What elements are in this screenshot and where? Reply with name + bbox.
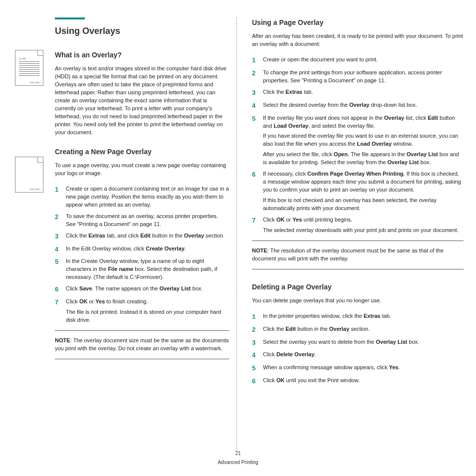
steps-list-delete: 1In the printer properties window, click… <box>252 312 464 386</box>
note-create: NOTE: The overlay document size must be … <box>55 337 229 353</box>
page-footer: 21 Advanced Printing <box>0 450 476 466</box>
section-heading-using-overlay: Using a Page Overlay <box>252 17 464 27</box>
paragraph: To use a page overlay, you must create a… <box>55 162 229 178</box>
section-heading-what-is-overlay: What is an Overlay? <box>55 50 229 60</box>
page-title: Using Overlays <box>17 24 229 37</box>
paragraph: An overlay is text and/or images stored … <box>55 65 229 136</box>
overlay-illustration-2: WORLD BEST <box>15 157 43 193</box>
steps-list-use: 1Create or open the document you want to… <box>252 56 464 235</box>
overlay-illustration-1: Dear ABC WORLD BEST <box>15 50 43 86</box>
paragraph: After an overlay has been created, it is… <box>252 32 464 48</box>
section-heading-deleting-overlay: Deleting a Page Overlay <box>252 282 464 292</box>
section-heading-creating-overlay: Creating a New Page Overlay <box>55 147 229 157</box>
steps-list-create: 1Create or open a document containing te… <box>55 185 229 324</box>
paragraph: You can delete page overlays that you no… <box>252 297 464 305</box>
note-use: NOTE: The resolution of the overlay docu… <box>252 247 464 263</box>
